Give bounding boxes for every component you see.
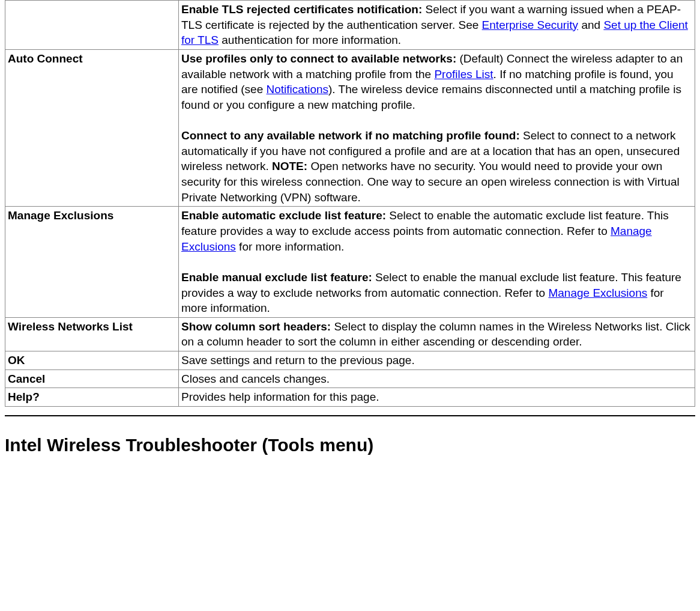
settings-table: Enable TLS rejected certificates notific…	[5, 0, 695, 407]
doc-link[interactable]: Set up the Client for TLS	[181, 19, 688, 47]
bold-text: Enable TLS rejected certificates notific…	[181, 3, 422, 16]
bold-text: Enable manual exclude list feature:	[181, 271, 372, 284]
doc-link[interactable]: Notifications	[267, 83, 329, 96]
bold-text: Show column sort headers:	[181, 320, 331, 333]
table-row: Enable TLS rejected certificates notific…	[5, 1, 695, 50]
section-separator	[5, 415, 695, 416]
row-description: Save settings and return to the previous…	[179, 351, 695, 370]
section-heading: Intel Wireless Troubleshooter (Tools men…	[5, 433, 695, 458]
row-description: Provides help information for this page.	[179, 388, 695, 407]
row-description: Show column sort headers: Select to disp…	[179, 317, 695, 351]
row-label: Manage Exclusions	[5, 207, 179, 317]
table-row: OKSave settings and return to the previo…	[5, 351, 695, 370]
doc-link[interactable]: Enterprise Security	[482, 19, 579, 31]
table-row: Help?Provides help information for this …	[5, 388, 695, 407]
table-row: CancelCloses and cancels changes.	[5, 369, 695, 388]
row-description: Closes and cancels changes.	[179, 369, 695, 388]
table-row: Auto ConnectUse profiles only to connect…	[5, 49, 695, 206]
row-description: Enable automatic exclude list feature: S…	[179, 207, 695, 317]
doc-link[interactable]: Manage Exclusions	[181, 225, 652, 253]
doc-link[interactable]: Profiles List	[434, 68, 493, 81]
bold-text: Enable automatic exclude list feature:	[181, 209, 386, 222]
row-label: Help?	[5, 388, 179, 407]
row-label: Auto Connect	[5, 49, 179, 206]
row-label	[5, 1, 179, 50]
row-description: Enable TLS rejected certificates notific…	[179, 1, 695, 50]
bold-text: NOTE:	[272, 160, 307, 172]
row-label: OK	[5, 351, 179, 370]
table-row: Wireless Networks ListShow column sort h…	[5, 317, 695, 351]
row-label: Cancel	[5, 369, 179, 388]
bold-text: Connect to any available network if no m…	[181, 129, 520, 142]
table-row: Manage ExclusionsEnable automatic exclud…	[5, 207, 695, 317]
row-label: Wireless Networks List	[5, 317, 179, 351]
doc-link[interactable]: Manage Exclusions	[548, 287, 647, 299]
bold-text: Use profiles only to connect to availabl…	[181, 52, 456, 65]
row-description: Use profiles only to connect to availabl…	[179, 49, 695, 206]
